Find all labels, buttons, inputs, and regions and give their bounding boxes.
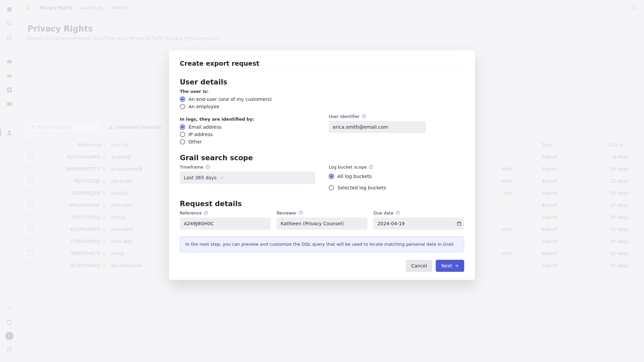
info-icon[interactable] xyxy=(369,165,374,170)
user-details-heading: User details xyxy=(180,78,464,86)
radio-ident-email-label: Email address xyxy=(189,124,221,130)
radio-dot-icon xyxy=(180,97,185,102)
chevron-down-icon xyxy=(220,176,224,180)
svg-point-38 xyxy=(208,166,208,166)
timeframe-value: Last 365 days xyxy=(184,175,217,180)
next-step-hint: In the next step, you can preview and cu… xyxy=(180,236,464,252)
radio-employee-label: An employee xyxy=(189,104,219,109)
next-button-label: Next xyxy=(441,263,452,268)
bucket-scope-label: Log bucket scope xyxy=(329,165,367,170)
radio-dot-icon xyxy=(329,174,334,179)
grail-scope-heading: Grail search scope xyxy=(180,154,464,162)
radio-dot-icon xyxy=(180,104,185,109)
radio-dot-icon xyxy=(329,185,334,190)
date-picker-button[interactable] xyxy=(453,218,464,230)
user-identifier-label: User identifier xyxy=(329,114,360,119)
calendar-icon xyxy=(457,221,462,226)
radio-dot-icon xyxy=(180,139,185,144)
radio-employee[interactable]: An employee xyxy=(180,104,464,109)
svg-point-44 xyxy=(206,212,206,212)
radio-all-buckets-label: All log buckets xyxy=(337,174,372,179)
radio-all-buckets[interactable]: All log buckets xyxy=(329,174,464,179)
create-export-request-modal: Create export request User details The u… xyxy=(169,50,475,280)
request-details-heading: Request details xyxy=(180,200,464,208)
radio-ident-ip-label: IP address xyxy=(189,132,213,137)
radio-selected-buckets[interactable]: Selected log buckets xyxy=(329,185,464,190)
radio-ident-email[interactable]: Email address xyxy=(180,124,315,130)
identified-by-label: In logs, they are identified by: xyxy=(180,117,315,122)
timeframe-select[interactable]: Last 365 days xyxy=(180,172,315,184)
info-icon[interactable] xyxy=(362,114,367,119)
due-date-input[interactable] xyxy=(373,218,453,230)
user-identifier-input[interactable] xyxy=(329,121,426,133)
svg-point-47 xyxy=(301,212,301,212)
info-icon[interactable] xyxy=(299,210,304,216)
cancel-button[interactable]: Cancel xyxy=(406,260,432,272)
radio-ident-ip[interactable]: IP address xyxy=(180,132,315,137)
info-icon[interactable] xyxy=(395,210,400,216)
radio-ident-other-label: Other xyxy=(189,139,202,144)
radio-dot-icon xyxy=(180,124,185,130)
svg-point-50 xyxy=(397,212,398,212)
radio-end-user-label: An end-user (one of my customers) xyxy=(189,97,272,102)
svg-point-35 xyxy=(364,115,364,116)
reviewer-input[interactable] xyxy=(277,218,368,230)
info-icon[interactable] xyxy=(204,210,209,216)
radio-selected-buckets-label: Selected log buckets xyxy=(337,185,386,190)
svg-rect-51 xyxy=(457,222,461,225)
timeframe-label: Timeframe xyxy=(180,165,203,170)
next-button[interactable]: Next xyxy=(436,260,464,272)
info-icon[interactable] xyxy=(205,165,210,170)
radio-ident-other[interactable]: Other xyxy=(180,139,315,144)
modal-title: Create export request xyxy=(180,60,464,72)
reviewer-label: Reviewer xyxy=(277,210,297,216)
due-date-label: Due date xyxy=(373,210,393,216)
reference-input[interactable] xyxy=(180,218,271,230)
svg-point-41 xyxy=(371,166,371,166)
user-is-label: The user is: xyxy=(180,89,464,94)
radio-end-user[interactable]: An end-user (one of my customers) xyxy=(180,97,464,102)
reference-label: Reference xyxy=(180,210,202,216)
radio-dot-icon xyxy=(180,132,185,137)
arrow-right-icon xyxy=(454,263,459,268)
